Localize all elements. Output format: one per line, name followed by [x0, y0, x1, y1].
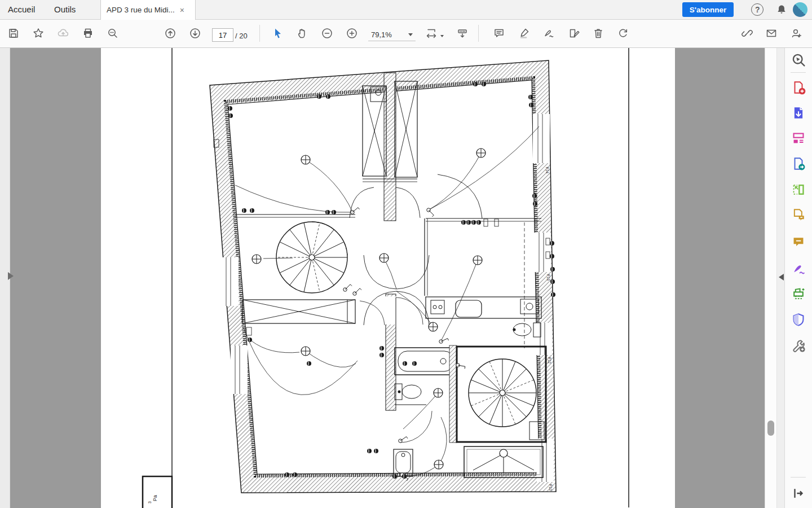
svg-text:F14: F14: [545, 167, 549, 174]
tab-document[interactable]: APD 3 rue du Midi... ×: [100, 0, 196, 20]
page-display-button[interactable]: [456, 27, 469, 40]
rail-divider: [791, 72, 806, 73]
tab-bar: Accueil Outils APD 3 rue du Midi... × S'…: [0, 0, 812, 20]
share-link-button[interactable]: [741, 27, 753, 40]
select-tool-button[interactable]: [271, 27, 284, 40]
document-area: Pa3F14F13F12F10: [0, 47, 785, 508]
find-button[interactable]: [107, 27, 119, 40]
crop-pages-button[interactable]: [791, 182, 806, 197]
search-tools-icon: [791, 52, 806, 67]
expand-left-panel-icon[interactable]: [8, 272, 14, 280]
fit-options-caret-icon[interactable]: [440, 35, 444, 37]
protect-shield-icon: [791, 312, 806, 327]
help-icon[interactable]: ?: [751, 3, 764, 16]
tab-document-label: APD 3 rue du Midi...: [107, 6, 175, 14]
arrow-down-circle-icon: [189, 27, 201, 40]
edit-pdf-button[interactable]: [791, 131, 806, 146]
fit-width-icon: [425, 27, 438, 40]
send-document-button[interactable]: [791, 156, 806, 171]
subscribe-button[interactable]: S'abonner: [682, 2, 734, 17]
email-button[interactable]: [765, 27, 778, 40]
rotate-clockwise-icon: [617, 27, 629, 40]
open-tools-pane-button[interactable]: [791, 486, 806, 501]
rail-divider: [791, 477, 806, 478]
page-number-input[interactable]: [212, 28, 233, 42]
person-plus-icon: [790, 27, 802, 40]
hand-tool-button[interactable]: [297, 27, 309, 40]
page-edit-icon: [568, 27, 580, 40]
toolbar-separator: [478, 25, 479, 42]
pointer-icon: [271, 27, 284, 40]
fill-sign-icon: [791, 261, 806, 275]
scan-ocr-button[interactable]: [791, 286, 806, 301]
envelope-icon: [765, 27, 778, 40]
comment-icon: [791, 235, 806, 249]
tab-home[interactable]: Accueil: [0, 0, 43, 19]
sign-button[interactable]: [543, 27, 555, 40]
page-total-label: / 20: [235, 32, 248, 40]
share-button[interactable]: [57, 27, 69, 40]
notifications-bell-icon[interactable]: [772, 3, 785, 16]
zoom-in-button[interactable]: [346, 27, 358, 40]
link-icon: [741, 27, 753, 40]
scrollbar-thumb[interactable]: [767, 421, 774, 436]
more-tools-wrench-icon: [791, 338, 806, 353]
comment-button[interactable]: [493, 27, 505, 40]
edit-page-button[interactable]: [568, 27, 580, 40]
pdf-page: Pa3F14F13F12F10: [101, 47, 675, 508]
chevron-down-icon: [408, 33, 413, 36]
add-user-button[interactable]: [790, 27, 802, 40]
protect-button[interactable]: [791, 312, 806, 327]
minus-circle-icon: [321, 27, 333, 40]
rotate-button[interactable]: [617, 27, 629, 40]
save-button[interactable]: [7, 27, 20, 40]
reading-mode-icon: [456, 27, 469, 40]
search-icon: [107, 27, 119, 40]
floor-plan-drawing: Pa3F14F13F12F10: [101, 47, 675, 508]
toolbar-separator: [259, 25, 260, 42]
comment-button-rail[interactable]: [791, 235, 806, 249]
signature-pen-icon: [543, 27, 555, 40]
review-document-icon: [791, 208, 806, 222]
comment-bubble-icon: [493, 27, 505, 40]
highlight-button[interactable]: [518, 27, 531, 40]
export-pdf-button[interactable]: [791, 106, 806, 120]
hand-icon: [297, 27, 309, 40]
plus-circle-icon: [346, 27, 358, 40]
star-button[interactable]: [32, 27, 45, 40]
tab-tools[interactable]: Outils: [46, 0, 83, 19]
previous-page-button[interactable]: [164, 27, 176, 40]
zoom-out-button[interactable]: [321, 27, 333, 40]
svg-text:F12: F12: [548, 357, 551, 364]
collapse-right-panel-icon[interactable]: [779, 274, 784, 281]
crop-pages-icon: [791, 182, 806, 197]
avatar[interactable]: [793, 2, 807, 17]
fit-width-button[interactable]: [425, 27, 438, 40]
trash-icon: [592, 27, 604, 40]
create-pdf-button[interactable]: [791, 80, 806, 95]
edit-pdf-icon: [791, 131, 806, 146]
print-button[interactable]: [82, 27, 94, 40]
arrow-up-circle-icon: [164, 27, 176, 40]
cloud-upload-icon: [57, 27, 69, 40]
svg-text:Pa: Pa: [152, 495, 158, 501]
next-page-button[interactable]: [189, 27, 201, 40]
open-pane-arrow-icon: [791, 486, 806, 501]
delete-button[interactable]: [592, 27, 604, 40]
review-document-button[interactable]: [791, 208, 806, 222]
vertical-scrollbar[interactable]: [765, 47, 777, 508]
tab-home-label: Accueil: [8, 5, 35, 14]
scan-ocr-icon: [791, 286, 806, 301]
zoom-level-select[interactable]: 79,1%: [368, 28, 416, 41]
tools-rail: [784, 47, 812, 508]
export-pdf-icon: [791, 106, 806, 120]
svg-text:F10: F10: [549, 484, 553, 491]
main-toolbar: / 20 79,1%: [0, 19, 812, 48]
printer-icon: [82, 27, 94, 40]
fill-sign-button[interactable]: [791, 261, 806, 275]
search-tools-button[interactable]: [791, 52, 806, 67]
zoom-level-value: 79,1%: [371, 30, 392, 39]
more-tools-button[interactable]: [791, 338, 806, 353]
close-icon[interactable]: ×: [180, 6, 184, 15]
tab-tools-label: Outils: [54, 5, 76, 14]
